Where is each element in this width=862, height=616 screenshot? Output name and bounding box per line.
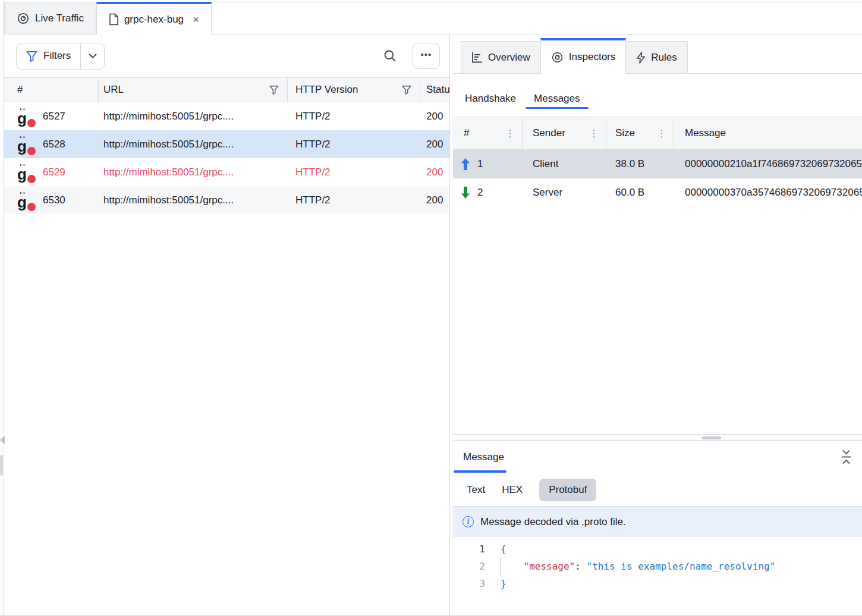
tab-inspectors[interactable]: Inspectors: [540, 38, 626, 74]
traffic-row-6529-error[interactable]: ↔ g 6529 http://mimihost:50051/grpc.... …: [4, 158, 449, 186]
panel-splitter[interactable]: [453, 434, 862, 441]
filter-funnel-icon: [26, 51, 37, 62]
filters-button-label: Filters: [43, 50, 71, 62]
document-icon: [109, 13, 119, 26]
traffic-row-6528-selected[interactable]: ↔ g 6528 http://mimihost:50051/grpc.... …: [4, 130, 449, 158]
column-header-url[interactable]: URL: [99, 78, 288, 102]
tab-overview-label: Overview: [488, 52, 530, 64]
search-button[interactable]: [382, 48, 398, 64]
format-tab-protobuf[interactable]: Protobuf: [539, 479, 596, 501]
recording-dot-icon: [27, 147, 36, 155]
chevron-down-icon: [89, 54, 97, 59]
overview-chart-icon: [471, 52, 483, 63]
line-number: 2: [453, 558, 485, 575]
column-header-sender[interactable]: Sender ⋮: [523, 117, 606, 149]
grpc-icon: ↔ g: [16, 189, 36, 211]
subtab-messages[interactable]: Messages: [533, 86, 581, 112]
column-menu-icon[interactable]: ⋮: [589, 128, 599, 139]
column-header-size[interactable]: Size ⋮: [606, 117, 674, 149]
message-subtabs: Handshake Messages: [453, 74, 862, 117]
message-detail-tab[interactable]: Message: [456, 441, 511, 473]
filters-dropdown-button[interactable]: [80, 43, 104, 69]
http-version-filter-funnel-icon[interactable]: [402, 85, 411, 95]
code-line-1: 1 {: [453, 540, 862, 558]
recording-dot-icon: [27, 175, 36, 183]
decode-info-bar: i Message decoded via .proto file.: [453, 507, 862, 537]
grpc-icon: ↔ g: [16, 161, 36, 183]
message-row-server[interactable]: 2 Server 60.0 B 00000000370a357468697320…: [453, 178, 862, 207]
tab-grpc-hex-bug-label: grpc-hex-bug: [124, 14, 184, 26]
collapse-vertical-icon: [840, 449, 852, 465]
code-line-3: 3 }: [453, 575, 862, 592]
collapse-panel-arrow-icon[interactable]: [0, 436, 5, 444]
subtab-handshake[interactable]: Handshake: [464, 86, 517, 112]
filters-button[interactable]: Filters: [17, 43, 80, 69]
eye-icon: [17, 12, 30, 25]
messages-table-header: # ⋮ Sender ⋮ Size ⋮ Message: [453, 117, 862, 150]
column-header-status[interactable]: Status: [420, 78, 449, 102]
message-detail-header: Message: [453, 441, 862, 473]
recording-dot-icon: [27, 119, 36, 127]
tab-rules[interactable]: Rules: [625, 41, 687, 73]
recording-dot-icon: [27, 203, 36, 211]
more-options-button[interactable]: •••: [413, 43, 440, 69]
decode-info-text: Message decoded via .proto file.: [480, 516, 626, 528]
collapse-panel-button[interactable]: [838, 449, 854, 466]
column-header-message[interactable]: Message: [674, 117, 862, 149]
traffic-row-6527[interactable]: ↔ g 6527 http://mimihost:50051/grpc.... …: [4, 102, 449, 130]
inspectors-eye-icon: [551, 51, 564, 64]
message-hex-preview: 00000000370a3574686973206973206578616d70…: [674, 187, 862, 199]
inspector-panel: Overview Inspectors Rules Handshake Mess…: [453, 34, 862, 615]
grpc-icon: ↔ g: [16, 105, 36, 127]
rules-lightning-icon: [636, 52, 646, 64]
column-menu-icon[interactable]: ⋮: [657, 128, 666, 139]
tab-grpc-hex-bug[interactable]: grpc-hex-bug ×: [96, 2, 212, 34]
splitter-handle[interactable]: [701, 436, 721, 439]
format-tab-hex[interactable]: HEX: [502, 484, 523, 496]
line-number: 3: [453, 575, 485, 592]
message-row-client-selected[interactable]: 1 Client 38.0 B 00000000210a1f7468697320…: [453, 150, 862, 178]
tab-live-traffic-label: Live Traffic: [35, 12, 84, 24]
protobuf-code-view[interactable]: 1 { 2 "message": "this is examples/name_…: [453, 537, 862, 592]
column-header-msg-number[interactable]: # ⋮: [453, 117, 523, 149]
format-tabbar: Text HEX Protobuf: [453, 473, 862, 507]
column-header-http-version[interactable]: HTTP Version: [288, 78, 420, 102]
code-line-2: 2 "message": "this is examples/name_reso…: [453, 558, 862, 575]
tab-overview[interactable]: Overview: [461, 41, 541, 73]
arrow-down-incoming-icon: [461, 186, 470, 199]
message-detail-section: Message Text HEX Protobuf i Message deco…: [453, 441, 862, 615]
format-tab-text[interactable]: Text: [467, 484, 485, 496]
proxy-debugger-window: Live Traffic grpc-hex-bug × Filters: [0, 0, 862, 616]
info-icon: i: [463, 516, 474, 527]
traffic-row-6530[interactable]: ↔ g 6530 http://mimihost:50051/grpc.... …: [4, 186, 449, 214]
message-hex-preview: 00000000210a1f74686973206973206578616d70…: [674, 158, 862, 170]
window-tabstrip: Live Traffic grpc-hex-bug ×: [4, 2, 862, 34]
grpc-icon: ↔ g: [16, 133, 36, 155]
search-icon: [383, 49, 397, 62]
traffic-panel: Filters ••• # URL: [4, 34, 450, 615]
vertical-scrollbar[interactable]: [0, 455, 3, 476]
column-header-number[interactable]: #: [4, 78, 99, 102]
tab-live-traffic[interactable]: Live Traffic: [4, 2, 96, 34]
traffic-table-header: # URL HTTP Version Status: [4, 77, 449, 102]
tab-rules-label: Rules: [651, 52, 677, 64]
filters-split-button: Filters: [16, 43, 105, 70]
url-filter-funnel-icon[interactable]: [269, 85, 279, 95]
line-number: 1: [453, 540, 485, 558]
inspector-tabbar: Overview Inspectors Rules: [453, 34, 862, 74]
left-edge-gutter: [0, 0, 4, 615]
arrow-up-outgoing-icon: [461, 158, 470, 171]
tab-inspectors-label: Inspectors: [569, 51, 615, 63]
column-menu-icon[interactable]: ⋮: [505, 128, 515, 139]
message-detail-title: Message: [463, 451, 504, 463]
close-tab-icon[interactable]: ×: [193, 14, 199, 25]
ellipsis-icon: •••: [421, 49, 432, 59]
traffic-toolbar: Filters •••: [4, 34, 449, 77]
